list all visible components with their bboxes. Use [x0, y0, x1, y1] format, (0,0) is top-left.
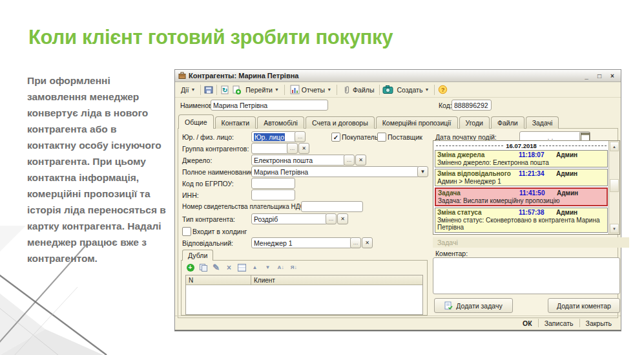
sort-asc-icon[interactable]: А↓	[276, 263, 286, 272]
contractor-type-ellipsis-button[interactable]: …	[326, 213, 337, 224]
tab-obshchie[interactable]: Общие	[178, 114, 214, 129]
tab-propozytsii[interactable]: Комерційні пропозиції	[376, 116, 458, 129]
toolbar-separator	[337, 85, 337, 95]
actions-menu-button[interactable]: Дії▼	[178, 83, 198, 96]
event-user: Админ	[557, 189, 605, 197]
responsible-label: Відповідальний:	[182, 239, 233, 247]
ok-button[interactable]: ОК	[517, 319, 538, 327]
goto-menu-button[interactable]: Перейти▼	[242, 83, 282, 96]
legal-entity-ellipsis-button[interactable]: …	[295, 131, 306, 142]
event-user: Админ	[556, 151, 605, 159]
legal-entity-input[interactable]: Юр. лицо	[251, 131, 296, 142]
move-up-icon[interactable]: ▲	[250, 263, 260, 272]
tab-dubli[interactable]: Дубли	[182, 250, 213, 261]
tab-label: Счета и договоры	[312, 119, 368, 127]
tab-label: Угоди	[466, 119, 483, 127]
tab-uhody[interactable]: Угоди	[459, 116, 490, 129]
delete-row-icon[interactable]: ×	[224, 263, 234, 272]
tab-zadachi[interactable]: Задачі	[526, 116, 559, 129]
save-close-icon[interactable]	[203, 84, 214, 96]
close-form-button[interactable]: Закрыть	[580, 319, 618, 327]
supplier-checkbox[interactable]	[377, 133, 386, 142]
legal-entity-value: Юр. лицо	[254, 133, 285, 141]
files-button[interactable]: Файлы	[339, 83, 377, 96]
camera-icon[interactable]	[382, 84, 393, 96]
window-titlebar[interactable]: Контрагенты: Марина Петрівна _ □ ×	[175, 70, 621, 82]
source-ellipsis-button[interactable]: …	[344, 155, 355, 166]
edit-row-icon[interactable]: ✎	[211, 263, 221, 272]
new-item-icon[interactable]	[231, 84, 242, 96]
toolbar-separator	[284, 85, 285, 95]
close-button[interactable]: ×	[607, 72, 618, 80]
add-task-button[interactable]: Додати задачу	[434, 298, 513, 313]
inn-label: ИНН:	[182, 191, 199, 199]
paperclip-icon	[342, 85, 351, 94]
sort-desc-icon[interactable]: Я↓	[289, 263, 298, 272]
minimize-button[interactable]: _	[581, 72, 592, 80]
svg-text:↻: ↻	[222, 87, 227, 94]
add-comment-button[interactable]: Додати коментар	[548, 298, 620, 313]
event-item[interactable]: Зміна джерела 11:18:07 Админ Змінено дже…	[435, 150, 608, 167]
add-row-icon[interactable]: +	[185, 263, 195, 272]
comment-textarea[interactable]	[433, 257, 620, 294]
reports-menu-button[interactable]: Отчеты▼	[287, 83, 335, 96]
fullname-input[interactable]: Марина Петрівна	[251, 166, 419, 177]
column-header-client[interactable]: Клиент	[251, 275, 422, 285]
egrpou-input[interactable]	[251, 178, 295, 189]
scroll-down-icon[interactable]: ▼	[610, 224, 619, 233]
toolbar-separator	[434, 85, 435, 95]
copy-row-icon[interactable]	[198, 263, 208, 272]
holding-checkbox[interactable]	[182, 227, 191, 236]
fullname-dropdown-button[interactable]: ▼	[417, 166, 428, 177]
history-scrollbar[interactable]: ▲ ▼	[608, 141, 619, 234]
grid-settings-icon[interactable]	[237, 263, 247, 272]
dubli-toolbar: + ✎ × ▲ ▼ А↓ Я↓	[182, 261, 427, 274]
event-time: 11:41:50	[519, 189, 557, 197]
tab-faily[interactable]: Файли	[491, 116, 525, 129]
app-window: Контрагенты: Марина Петрівна _ □ × Дії▼ …	[174, 69, 621, 331]
group-clear-button[interactable]: ✕	[298, 143, 309, 154]
event-item[interactable]: Зміна статуса 11:57:38 Админ Змінено ста…	[435, 208, 608, 233]
event-item[interactable]: Зміна відповідального 11:21:34 Админ Адм…	[435, 169, 608, 186]
window-title: Контрагенты: Марина Петрівна	[189, 72, 579, 80]
group-input[interactable]	[251, 143, 289, 154]
event-history-items: 16.07.2018 Зміна джерела 11:18:07 Админ …	[433, 141, 609, 234]
tab-label: Общие	[185, 118, 207, 126]
move-down-icon[interactable]: ▼	[263, 263, 273, 272]
tab-scheta[interactable]: Счета и договоры	[306, 116, 375, 129]
responsible-clear-button[interactable]: ✕	[362, 237, 373, 248]
scroll-up-icon[interactable]: ▲	[610, 142, 619, 151]
create-menu-button[interactable]: Создать▼	[393, 83, 432, 96]
inn-input[interactable]	[251, 189, 295, 200]
code-input[interactable]: 888896292	[452, 100, 492, 111]
window-footer: ОК Записать Закрыть	[175, 316, 621, 330]
vat-input[interactable]	[301, 201, 363, 212]
source-input[interactable]: Електронна пошта	[251, 155, 346, 166]
slide: Коли клієнт готовий зробити покупку При …	[0, 0, 644, 355]
scrollbar-track[interactable]	[609, 152, 619, 223]
contractor-type-clear-button[interactable]: ✕	[337, 213, 348, 224]
responsible-input[interactable]: Менеджер 1	[251, 237, 352, 248]
source-clear-button[interactable]: ✕	[355, 155, 366, 166]
event-detail: Змінено джерело: Електронна пошта	[437, 159, 605, 167]
add-comment-button-label: Додати коментар	[557, 302, 611, 310]
buyer-checkbox[interactable]: ✓	[331, 133, 340, 142]
scrollbar-thumb[interactable]	[610, 179, 619, 192]
help-icon[interactable]: ?	[437, 84, 448, 96]
name-input[interactable]: Марина Петрівна	[211, 100, 328, 111]
event-detail: Змінено статус: Сконвертовано в контраге…	[437, 217, 605, 231]
chevron-down-icon: ▼	[327, 87, 331, 92]
group-ellipsis-button[interactable]: …	[287, 143, 298, 154]
tab-avtomobili[interactable]: Автомобілі	[257, 116, 304, 129]
column-header-n[interactable]: N	[186, 275, 251, 285]
contractor-type-input[interactable]: Роздріб	[251, 213, 327, 224]
egrpou-label: Код по ЕГРПОУ:	[182, 180, 234, 188]
write-button[interactable]: Записать	[539, 319, 579, 327]
event-item-task[interactable]: Задача 11:41:50 Админ Задача: Вислати ко…	[435, 188, 608, 206]
responsible-ellipsis-button[interactable]: …	[350, 237, 361, 248]
chevron-down-icon: ▼	[191, 87, 195, 92]
window-toolbar: Дії▼ ↻ Перейти▼ Отчеты▼	[175, 82, 621, 98]
maximize-button[interactable]: □	[594, 72, 605, 80]
tab-kontakty[interactable]: Контакти	[215, 116, 256, 129]
reread-icon[interactable]: ↻	[219, 84, 231, 96]
